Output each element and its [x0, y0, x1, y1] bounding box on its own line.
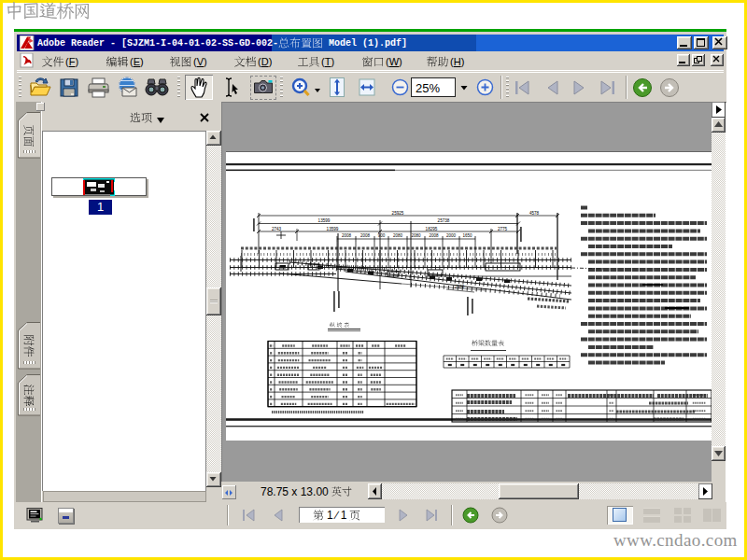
svg-text:2580: 2580 [455, 285, 465, 289]
svg-text:2008: 2008 [342, 233, 352, 238]
svg-text:2008: 2008 [360, 233, 371, 238]
svg-text:2008: 2008 [429, 233, 439, 238]
svg-text:2775: 2775 [498, 227, 508, 231]
svg-text:900: 900 [378, 233, 386, 238]
svg-text:2080: 2080 [393, 233, 403, 238]
svg-text:13599: 13599 [318, 218, 331, 223]
svg-text:4578: 4578 [529, 211, 540, 216]
svg-text:2743: 2743 [272, 227, 282, 231]
svg-text:18295: 18295 [426, 227, 438, 231]
svg-text:13599: 13599 [327, 227, 339, 231]
svg-text:2000: 2000 [446, 233, 457, 238]
svg-text:2080: 2080 [411, 233, 421, 238]
svg-text:25925: 25925 [392, 211, 404, 216]
svg-text:25738: 25738 [438, 218, 450, 223]
svg-text:1650: 1650 [462, 233, 472, 238]
